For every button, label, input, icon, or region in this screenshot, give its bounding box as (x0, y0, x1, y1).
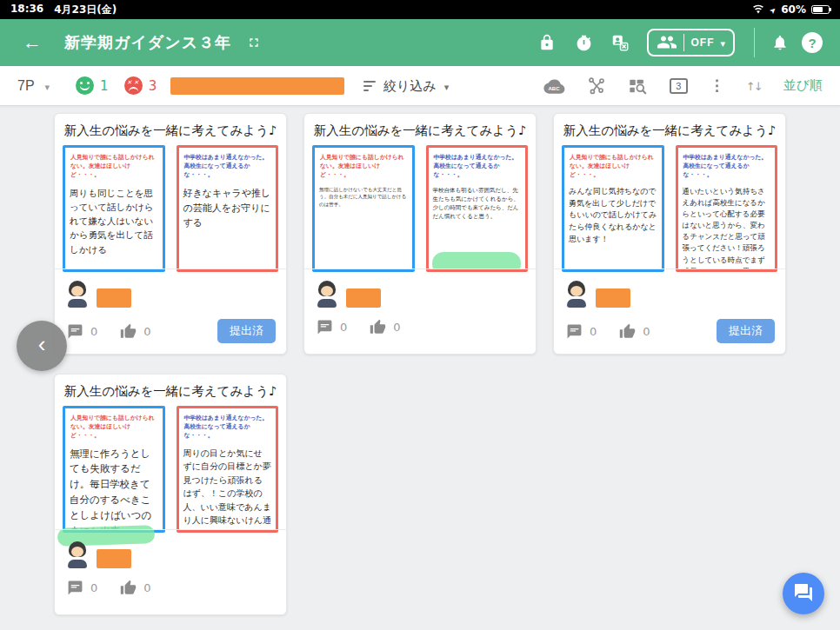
note-red[interactable]: 中学校はあまり通えなかった。高校生になって通えるかな・・・。 周りの目とか気にせ… (177, 406, 279, 533)
card-title: 新入生の悩みを一緒に考えてみよう♪ (559, 123, 780, 139)
thinking-map-icon[interactable] (587, 76, 606, 96)
redacted-user-name (346, 288, 381, 308)
redacted-student-name-bar (170, 77, 344, 95)
note-blue[interactable]: 人見知りで誰にも話しかけられない。友達はほしいけど・・・。 みんな同じ気持ちなの… (562, 145, 664, 272)
wifi-icon (752, 3, 764, 17)
avatar (565, 281, 588, 308)
submission-card[interactable]: 新入生の悩みを一緒に考えてみよう♪ 人見知りで誰にも話しかけられない。友達はほし… (54, 113, 287, 355)
note-body: 好きなキャラや推しの芸能人をお守りにする (183, 186, 272, 230)
thumbs-up-icon[interactable] (120, 580, 137, 596)
note-body: 通いたいという気持ちさえあれば高校生になるからといって心配する必要はないと思うか… (683, 186, 771, 272)
note-body: みんな同じ気持ちなので勇気を出して少しだけでもいいので話しかけてみたら仲良くなれ… (569, 186, 657, 247)
timer-icon[interactable] (565, 34, 602, 52)
comment-count: 0 (340, 321, 347, 334)
people-icon (657, 34, 677, 51)
submission-card[interactable]: 新入生の悩みを一緒に考えてみよう♪ 人見知りで誰にも話しかけられない。友達はほし… (54, 374, 287, 615)
note-heading: 人見知りで誰にも話しかけられない。友達はほしいけど・・・。 (570, 153, 657, 180)
thumbs-up-icon[interactable] (370, 319, 386, 335)
filter-label: 絞り込み (383, 78, 437, 95)
card-user-row (66, 281, 131, 308)
comment-count: 0 (90, 325, 97, 338)
chevron-down-icon (720, 36, 725, 50)
note-thumbnails: 人見知りで誰にも話しかけられない。友達はほしいけど・・・。 みんな同じ気持ちなの… (554, 145, 785, 272)
fullscreen-icon[interactable] (247, 36, 261, 50)
note-body: 周りの目とか気にせずに自分の目標とか夢見つけたら頑張れるはず、！この学校の人、い… (183, 447, 272, 533)
note-heading: 中学校はあまり通えなかった。高校生になって通えるかな・・・。 (683, 153, 770, 180)
status-bar: 18:36 4月23日(金) 60% (0, 0, 840, 19)
happy-face-icon[interactable] (76, 76, 94, 95)
card-user-row (66, 541, 131, 568)
filter-button[interactable]: 絞り込み (363, 66, 449, 106)
screen: 18:36 4月23日(金) 60% 新学期ガイダンス３年 (0, 0, 840, 630)
like-count: 0 (643, 325, 650, 338)
note-heading: 中学校はあまり通えなかった。高校生になって通えるかな・・・。 (184, 414, 271, 441)
battery-icon (811, 5, 830, 14)
note-blue[interactable]: 人見知りで誰にも話しかけられない。友達はほしいけど・・・。 無理に話しかけないで… (312, 145, 415, 272)
like-count: 0 (143, 581, 150, 594)
note-red[interactable]: 中学校はあまり通えなかった。高校生になって通えるかな・・・。 通いたいという気持… (676, 145, 778, 272)
svg-text:ABC: ABC (548, 86, 560, 91)
note-heading: 中学校はあまり通えなかった。高校生になって通えるかな・・・。 (434, 153, 521, 180)
thumbs-up-icon[interactable] (120, 323, 137, 340)
chat-fab[interactable] (783, 573, 824, 614)
help-icon[interactable] (802, 32, 823, 53)
comment-icon[interactable] (67, 580, 83, 596)
avatar (66, 281, 89, 308)
more-options-icon[interactable] (710, 76, 724, 95)
sort-arrows-icon[interactable] (746, 77, 762, 94)
submitted-badge[interactable]: 提出済 (217, 319, 276, 343)
redacted-user-name (97, 549, 131, 568)
redacted-user-name (97, 288, 131, 308)
page-selector[interactable]: 7P (17, 78, 35, 94)
thumbs-up-icon[interactable] (619, 323, 636, 340)
comment-icon[interactable] (566, 323, 583, 340)
submitted-badge[interactable]: 提出済 (717, 319, 775, 343)
collapse-panel-button[interactable] (17, 321, 67, 371)
chevron-down-icon[interactable] (45, 77, 50, 94)
card-divider (554, 269, 785, 269)
note-red[interactable]: 中学校はあまり通えなかった。高校生になって通えるかな・・・。 好きなキャラや推し… (177, 145, 279, 272)
app-header: 新学期ガイダンス３年 (0, 19, 840, 66)
sad-count: 3 (149, 78, 157, 94)
toggle-divider (683, 34, 684, 51)
note-blue[interactable]: 人見知りで誰にも話しかけられない。友達はほしいけど・・・。 周りも同じことを思っ… (63, 145, 165, 272)
bell-icon[interactable] (762, 34, 798, 51)
card-divider (304, 269, 536, 269)
card-footer: 0 0 提出済 (566, 319, 775, 343)
card-title: 新入生の悩みを一緒に考えてみよう♪ (60, 383, 281, 400)
cloud-abc-icon[interactable]: ABC (543, 77, 565, 95)
forum-icon (793, 582, 814, 606)
submission-card[interactable]: 新入生の悩みを一緒に考えてみよう♪ 人見知りで誰にも話しかけられない。友達はほし… (553, 113, 786, 355)
avatar (316, 281, 338, 308)
sort-order-button[interactable]: 並び順 (783, 77, 823, 94)
browse-answers-icon[interactable] (628, 76, 648, 96)
students-visibility-toggle[interactable]: OFF (647, 29, 735, 56)
slide-count-button[interactable]: 3 (670, 78, 688, 94)
page-title: 新学期ガイダンス３年 (64, 32, 231, 53)
card-footer: 0 0 提出済 (67, 319, 276, 343)
battery-percent: 60% (781, 3, 806, 16)
card-footer: 0 0 (67, 580, 276, 596)
toolbar: 7P 1 3 絞り込み ABC (0, 66, 840, 106)
card-divider (55, 269, 286, 269)
note-thumbnails: 人見知りで誰にも話しかけられない。友達はほしいけど・・・。 周りも同じことを思っ… (55, 145, 286, 272)
status-date: 4月23日(金) (54, 3, 117, 17)
card-divider (55, 529, 286, 530)
filter-icon (363, 81, 376, 91)
back-button[interactable] (23, 33, 42, 52)
note-red[interactable]: 中学校はあまり通えなかった。高校生になって通えるかな・・・。 学校自体も明るい雰… (426, 145, 529, 272)
comment-count: 0 (590, 325, 597, 338)
note-heading: 人見知りで誰にも話しかけられない。友達はほしいけど・・・。 (70, 153, 157, 180)
card-user-row (565, 281, 630, 308)
card-title: 新入生の悩みを一緒に考えてみよう♪ (310, 123, 530, 139)
note-body: 学校自体も明るい雰囲気だし、先生たちも気にかけてくれるから、少しの時間でも来てみ… (433, 186, 522, 221)
lock-icon[interactable] (529, 34, 565, 51)
note-blue[interactable]: 人見知りで誰にも話しかけられない。友達はほしいけど・・・。 無理に作ろうとしても… (63, 406, 165, 533)
like-count: 0 (393, 321, 400, 334)
comment-icon[interactable] (67, 323, 83, 340)
comment-icon[interactable] (317, 319, 333, 335)
anonymize-icon[interactable] (602, 33, 638, 52)
sad-face-icon[interactable] (124, 76, 143, 95)
submission-card[interactable]: 新入生の悩みを一緒に考えてみよう♪ 人見知りで誰にも話しかけられない。友達はほし… (303, 113, 537, 355)
note-heading: 中学校はあまり通えなかった。高校生になって通えるかな・・・。 (184, 153, 271, 180)
